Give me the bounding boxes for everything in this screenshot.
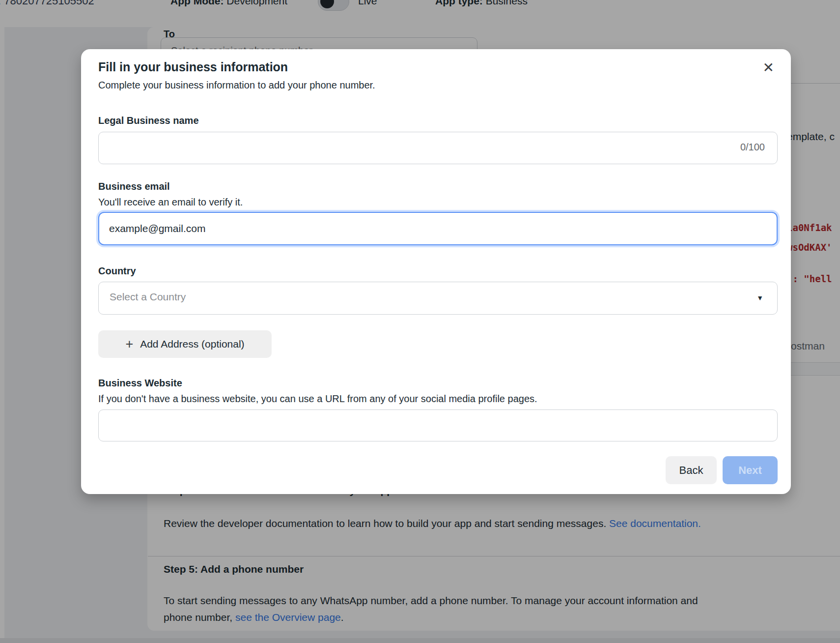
plus-icon: + (125, 337, 133, 352)
legal-name-label: Legal Business name (98, 115, 199, 126)
business-website-helper: If you don't have a business website, yo… (98, 393, 537, 405)
business-info-modal: Fill in your business information Comple… (81, 49, 791, 494)
country-placeholder: Select a Country (110, 291, 186, 303)
business-website-label: Business Website (98, 378, 182, 389)
modal-subtitle: Complete your business information to ad… (98, 80, 375, 91)
country-label: Country (98, 265, 136, 277)
chevron-down-icon: ▼ (756, 294, 763, 302)
business-email-helper: You'll receive an email to verify it. (98, 197, 243, 208)
business-website-input[interactable] (98, 409, 778, 441)
legal-name-input[interactable] (98, 132, 778, 164)
legal-name-counter: 0/100 (740, 142, 765, 153)
close-icon[interactable]: ✕ (763, 61, 774, 75)
country-select[interactable]: Select a Country ▼ (98, 282, 778, 315)
add-address-label: Add Address (optional) (140, 338, 244, 350)
modal-title: Fill in your business information (98, 60, 288, 74)
back-button[interactable]: Back (666, 456, 717, 484)
business-email-input[interactable] (98, 212, 778, 245)
business-email-label: Business email (98, 181, 170, 192)
add-address-button[interactable]: + Add Address (optional) (98, 330, 272, 358)
screen: : 780207725105502 App Mode: Development … (0, 0, 840, 643)
next-button[interactable]: Next (723, 456, 778, 484)
